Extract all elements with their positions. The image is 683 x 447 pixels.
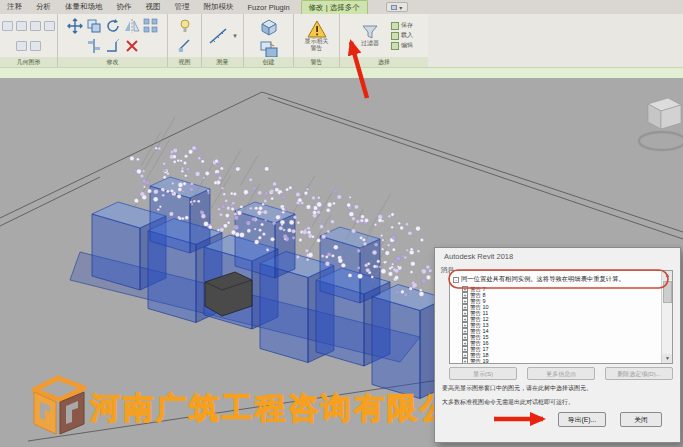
warning-root-row[interactable]: - 同一位置处具有相同实例。这将导致在明细表中重复计算。 bbox=[453, 273, 661, 286]
selection-set-label: 编辑 bbox=[401, 41, 413, 50]
measure-icon[interactable] bbox=[208, 25, 230, 47]
panel-label: 测量 bbox=[202, 57, 243, 67]
selection-set-icon bbox=[391, 22, 399, 30]
rotate-icon[interactable] bbox=[105, 18, 121, 34]
panel-geometry: 几何图形 bbox=[0, 14, 58, 67]
geometry-tool-icon[interactable] bbox=[30, 21, 41, 31]
revit-warnings-dialog: Autodesk Revit 2018 消息 - 同一位置处具有相同实例。这将导… bbox=[434, 247, 681, 443]
ribbon-tab-active[interactable]: 修改 | 选择多个 bbox=[301, 0, 368, 15]
selection-set-button[interactable]: 载入 bbox=[391, 31, 413, 40]
hide-element-icon[interactable] bbox=[177, 38, 193, 54]
panel-label: 警告 bbox=[294, 57, 339, 67]
expand-icon[interactable]: + bbox=[462, 358, 468, 364]
panel-select: 过滤器 保存载入编辑 选择 bbox=[340, 14, 428, 67]
panel-measure: ▾ 测量 bbox=[202, 14, 244, 67]
selection-set-label: 载入 bbox=[401, 31, 413, 40]
panel-label: 选择 bbox=[340, 57, 428, 67]
dialog-action-button[interactable]: 删除选定项(D)... bbox=[605, 367, 673, 380]
geometry-tool-icon[interactable] bbox=[16, 41, 27, 51]
warning-item-label: 警告 19 bbox=[470, 358, 489, 365]
ribbon-tab[interactable]: 管理 bbox=[168, 0, 197, 14]
copy-icon[interactable] bbox=[86, 18, 102, 34]
ribbon: 注释分析体量和场地协作视图管理附加模块Fuzor Plugin 修改 | 选择多… bbox=[0, 0, 683, 78]
warning-button-label2: 警告 bbox=[311, 45, 323, 52]
mirror-icon[interactable] bbox=[124, 18, 140, 34]
ribbon-tab[interactable]: 注释 bbox=[0, 0, 29, 14]
panel-label: 视图 bbox=[168, 57, 201, 67]
warning-message: 同一位置处具有相同实例。这将导致在明细表中重复计算。 bbox=[461, 275, 625, 284]
scroll-up-icon[interactable]: ▲ bbox=[662, 271, 673, 280]
export-button[interactable]: 导出(E)... bbox=[558, 412, 606, 427]
show-related-warnings-button[interactable]: 显示相关 警告 bbox=[296, 20, 337, 51]
panel-label: 修改 bbox=[58, 57, 167, 67]
trim-icon[interactable] bbox=[105, 38, 121, 54]
scrollbar-thumb[interactable] bbox=[663, 281, 672, 303]
chevron-down-icon[interactable]: ▾ bbox=[233, 32, 237, 40]
selection-set-button[interactable]: 编辑 bbox=[391, 41, 413, 50]
scroll-down-icon[interactable]: ▼ bbox=[662, 354, 673, 363]
ribbon-tab[interactable]: 协作 bbox=[110, 0, 139, 14]
options-bar bbox=[0, 67, 683, 78]
move-icon[interactable] bbox=[67, 18, 83, 34]
warning-tree-item[interactable]: +警告 19 bbox=[453, 358, 661, 364]
geometry-tool-icon[interactable] bbox=[16, 21, 27, 31]
panel-label: 几何图形 bbox=[0, 57, 57, 67]
geometry-tool-icon[interactable] bbox=[2, 21, 13, 31]
panel-modify: 修改 bbox=[58, 14, 168, 67]
selection-set-icon bbox=[391, 32, 399, 40]
panel-view: 视图 bbox=[168, 14, 202, 67]
dialog-action-button[interactable]: 更多信息(I) bbox=[527, 367, 595, 380]
warnings-tree[interactable]: - 同一位置处具有相同实例。这将导致在明细表中重复计算。 +警告 7+警告 8+… bbox=[449, 270, 673, 364]
dialog-action-button[interactable]: 显示(S) bbox=[449, 367, 517, 380]
warning-triangle-icon bbox=[307, 20, 327, 38]
selection-set-button[interactable]: 保存 bbox=[391, 21, 413, 30]
tree-scrollbar[interactable]: ▲ ▼ bbox=[661, 271, 672, 363]
ribbon-tabs: 注释分析体量和场地协作视图管理附加模块Fuzor Plugin 修改 | 选择多… bbox=[0, 0, 683, 14]
ribbon-tab[interactable]: 分析 bbox=[29, 0, 58, 14]
chevron-down-icon: ▾ bbox=[399, 4, 402, 11]
hint-line-2: 大多数标准视图命令无需退出此对话框即可运行。 bbox=[442, 398, 574, 407]
viewcube[interactable] bbox=[639, 98, 683, 150]
lightbulb-icon[interactable] bbox=[177, 18, 193, 34]
geometry-tool-icon[interactable] bbox=[30, 41, 41, 51]
delete-icon[interactable] bbox=[124, 38, 140, 54]
filter-button-label: 过滤器 bbox=[361, 40, 379, 47]
building-model bbox=[70, 177, 446, 399]
collapse-icon[interactable]: - bbox=[453, 277, 459, 283]
array-icon[interactable] bbox=[143, 18, 159, 34]
close-button[interactable]: 关闭 bbox=[620, 412, 662, 427]
ribbon-tab[interactable]: Fuzor Plugin bbox=[241, 1, 297, 14]
create-group-icon[interactable] bbox=[258, 16, 280, 38]
selection-icon bbox=[391, 5, 397, 10]
hint-line-1: 要高亮显示图形窗口中的图元，请在此树中选择该图元。 bbox=[442, 384, 592, 393]
dialog-title: Autodesk Revit 2018 bbox=[435, 248, 680, 263]
funnel-icon bbox=[361, 24, 379, 40]
filter-button[interactable]: 过滤器 bbox=[355, 24, 385, 47]
selection-set-icon bbox=[391, 42, 399, 50]
ribbon-tab[interactable]: 视图 bbox=[139, 0, 168, 14]
ribbon-tab[interactable]: 附加模块 bbox=[197, 0, 241, 14]
ribbon-tab[interactable]: 体量和场地 bbox=[58, 0, 110, 14]
panel-warning: 显示相关 警告 警告 bbox=[294, 14, 340, 67]
align-icon[interactable] bbox=[86, 38, 102, 54]
panel-label: 创建 bbox=[244, 57, 293, 67]
selection-options-dropdown[interactable]: ▾ bbox=[386, 2, 408, 12]
selection-set-label: 保存 bbox=[401, 21, 413, 30]
panel-create: 创建 bbox=[244, 14, 294, 67]
geometry-tool-icon[interactable] bbox=[44, 21, 55, 31]
